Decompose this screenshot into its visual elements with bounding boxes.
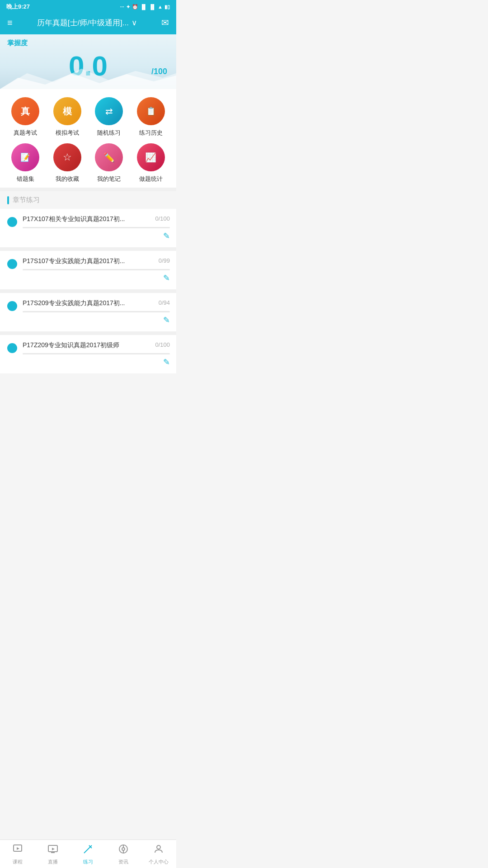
list-dot — [7, 259, 17, 269]
list-progress-1 — [23, 227, 170, 228]
mail-icon[interactable]: ✉ — [161, 17, 169, 28]
list-content: P17Z209专业知识真题2017初级师 0/100 ✎ — [23, 341, 170, 367]
score-label: 掌握度 — [7, 39, 169, 47]
list-item-title-4: P17Z209专业知识真题2017初级师 — [23, 341, 151, 349]
list-item[interactable]: P17S209专业实践能力真题2017初... 0/94 ✎ — [0, 293, 176, 335]
func-item-shoucang[interactable]: ☆ 我的收藏 — [47, 143, 89, 183]
func-circle-lishi: 📋 — [137, 97, 165, 125]
func-circle-cuoti: 📝 — [11, 143, 39, 171]
status-icons: ··· ✦ ⏰ ▐▌ ▐▌ ▲ ▮▯ — [120, 4, 170, 10]
chapter-list: P17X107相关专业知识真题2017初... 0/100 ✎ P17S107专… — [0, 209, 176, 373]
edit-icon-2[interactable]: ✎ — [163, 273, 170, 283]
func-circle-suiji: ⇄ — [95, 97, 123, 125]
func-label-moni: 模拟考试 — [56, 129, 79, 137]
chapter-section-header: 章节练习 — [0, 191, 176, 209]
header-dropdown-icon[interactable]: ∨ — [131, 18, 137, 28]
func-label-shoucang: 我的收藏 — [56, 175, 79, 183]
list-progress-4 — [23, 353, 170, 354]
header: ≡ 历年真题[士/师/中级通用]... ∨ ✉ — [0, 13, 176, 34]
func-item-biji[interactable]: ✏️ 我的笔记 — [88, 143, 130, 183]
func-item-suiji[interactable]: ⇄ 随机练习 — [88, 97, 130, 137]
list-item[interactable]: P17S107专业实践能力真题2017初... 0/99 ✎ — [0, 251, 176, 293]
list-content: P17X107相关专业知识真题2017初... 0/100 ✎ — [23, 215, 170, 241]
func-item-moni[interactable]: 模 模拟考试 — [47, 97, 89, 137]
func-label-suiji: 随机练习 — [97, 129, 121, 137]
func-label-zheniti: 真题考试 — [14, 129, 37, 137]
list-content: P17S107专业实践能力真题2017初... 0/99 ✎ — [23, 257, 170, 283]
section-bar — [7, 196, 9, 204]
func-circle-tongji: 📈 — [137, 143, 165, 171]
func-circle-biji: ✏️ — [95, 143, 123, 171]
score-section: 掌握度 0.0 /100 — [0, 34, 176, 89]
list-item-title-1: P17X107相关专业知识真题2017初... — [23, 215, 151, 223]
header-title-group: 历年真题[士/师/中级通用]... ∨ — [37, 18, 137, 28]
func-item-tongji[interactable]: 📈 做题统计 — [130, 143, 172, 183]
edit-icon-3[interactable]: ✎ — [163, 315, 170, 325]
mountain-decoration — [0, 64, 176, 89]
func-label-tongji: 做题统计 — [139, 175, 163, 183]
list-item-title-2: P17S107专业实践能力真题2017初... — [23, 257, 155, 265]
functions-grid: 真 真题考试 模 模拟考试 ⇄ 随机练习 📋 练习历史 📝 — [0, 89, 176, 191]
func-label-lishi: 练习历史 — [139, 129, 163, 137]
func-item-lishi[interactable]: 📋 练习历史 — [130, 97, 172, 137]
func-circle-shoucang: ☆ — [53, 143, 81, 171]
list-item-count-3: 0/94 — [159, 299, 170, 306]
list-item-title-3: P17S209专业实践能力真题2017初... — [23, 299, 155, 307]
func-circle-zheniti: 真 — [11, 97, 39, 125]
list-content: P17S209专业实践能力真题2017初... 0/94 ✎ — [23, 299, 170, 325]
list-item[interactable]: P17Z209专业知识真题2017初级师 0/100 ✎ — [0, 335, 176, 373]
list-dot — [7, 343, 17, 353]
func-label-cuoti: 错题集 — [17, 175, 34, 183]
status-bar: 晚上9:27 ··· ✦ ⏰ ▐▌ ▐▌ ▲ ▮▯ — [0, 0, 176, 13]
list-item-count-4: 0/100 — [155, 341, 170, 348]
list-progress-3 — [23, 311, 170, 312]
list-dot — [7, 301, 17, 311]
menu-icon[interactable]: ≡ — [7, 18, 13, 28]
list-item-count-1: 0/100 — [155, 215, 170, 222]
list-dot — [7, 217, 17, 227]
edit-icon-4[interactable]: ✎ — [163, 357, 170, 367]
func-item-cuoti[interactable]: 📝 错题集 — [5, 143, 47, 183]
list-item-count-2: 0/99 — [159, 257, 170, 264]
header-title-text: 历年真题[士/师/中级通用]... — [37, 18, 129, 28]
list-item[interactable]: P17X107相关专业知识真题2017初... 0/100 ✎ — [0, 209, 176, 251]
list-progress-2 — [23, 269, 170, 270]
edit-icon-1[interactable]: ✎ — [163, 231, 170, 241]
func-circle-moni: 模 — [53, 97, 81, 125]
status-time: 晚上9:27 — [6, 3, 30, 11]
section-title: 章节练习 — [13, 196, 40, 204]
func-label-biji: 我的笔记 — [97, 175, 121, 183]
func-item-zheniti[interactable]: 真 真题考试 — [5, 97, 47, 137]
